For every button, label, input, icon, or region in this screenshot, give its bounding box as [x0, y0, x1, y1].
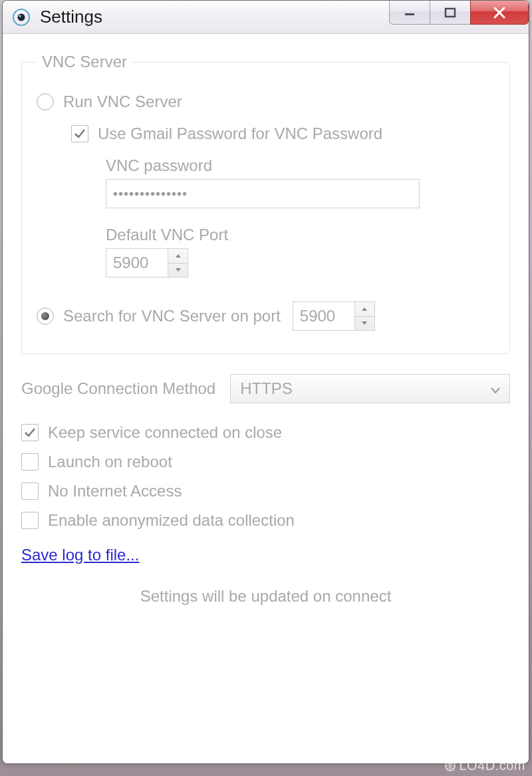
run-vnc-label: Run VNC Server: [63, 93, 182, 111]
keep-connected-label: Keep service connected on close: [48, 423, 282, 442]
anon-data-row: Enable anonymized data collection: [21, 511, 510, 530]
vnc-password-input[interactable]: [106, 179, 420, 208]
use-gmail-row: Use Gmail Password for VNC Password: [71, 124, 495, 143]
spinner-arrows: [168, 249, 188, 277]
minimize-button[interactable]: [389, 1, 430, 25]
spin-up-icon[interactable]: [168, 249, 188, 264]
group-legend: VNC Server: [37, 53, 132, 71]
run-vnc-radio[interactable]: [37, 93, 54, 110]
watermark-text: LO4D.com: [459, 758, 525, 773]
client-area: VNC Server Run VNC Server Use Gmail Pass…: [3, 34, 529, 619]
connection-method-label: Google Connection Method: [21, 379, 215, 398]
vnc-password-label: VNC password: [106, 156, 495, 175]
search-port-spinner[interactable]: 5900: [293, 301, 375, 331]
default-port-label: Default VNC Port: [106, 226, 495, 244]
anon-data-label: Enable anonymized data collection: [48, 511, 295, 530]
no-internet-checkbox[interactable]: [21, 483, 39, 500]
connection-method-dropdown[interactable]: HTTPS: [230, 374, 510, 403]
settings-window: Settings VNC Server Run VNC Server: [2, 0, 529, 764]
launch-reboot-checkbox[interactable]: [21, 453, 39, 471]
connection-method-row: Google Connection Method HTTPS: [21, 374, 510, 403]
keep-connected-row: Keep service connected on close: [21, 423, 510, 442]
spinner-arrows: [354, 302, 374, 330]
no-internet-row: No Internet Access: [21, 482, 510, 500]
no-internet-label: No Internet Access: [48, 482, 182, 500]
use-gmail-checkbox[interactable]: [71, 125, 88, 142]
watermark: LO4D.com: [444, 758, 525, 773]
svg-rect-4: [446, 9, 455, 17]
default-port-spinner[interactable]: 5900: [106, 248, 188, 278]
vnc-server-group: VNC Server Run VNC Server Use Gmail Pass…: [21, 53, 510, 354]
chevron-down-icon: [491, 379, 500, 398]
spin-up-icon[interactable]: [355, 302, 374, 317]
footer-note: Settings will be updated on connect: [21, 587, 510, 606]
launch-reboot-row: Launch on reboot: [21, 453, 510, 471]
default-port-value: 5900: [106, 249, 168, 277]
globe-icon: [444, 760, 456, 772]
save-log-link[interactable]: Save log to file...: [21, 546, 139, 564]
svg-point-1: [18, 13, 25, 21]
search-port-row: Search for VNC Server on port 5900: [37, 301, 495, 331]
search-port-label: Search for VNC Server on port: [63, 307, 281, 325]
dropdown-selected: HTTPS: [240, 379, 293, 398]
window-controls: [390, 1, 529, 25]
window-title: Settings: [40, 7, 102, 27]
options: Keep service connected on close Launch o…: [21, 423, 510, 530]
anon-data-checkbox[interactable]: [21, 512, 39, 529]
launch-reboot-label: Launch on reboot: [48, 453, 172, 471]
app-icon: [12, 8, 31, 27]
svg-rect-3: [405, 13, 414, 15]
maximize-button[interactable]: [430, 1, 471, 25]
use-gmail-label: Use Gmail Password for VNC Password: [98, 124, 382, 143]
spin-down-icon[interactable]: [168, 264, 188, 278]
titlebar[interactable]: Settings: [3, 1, 529, 34]
keep-connected-checkbox[interactable]: [21, 424, 39, 441]
close-button[interactable]: [470, 1, 529, 25]
search-port-value: 5900: [293, 302, 354, 330]
search-port-radio[interactable]: [37, 307, 54, 325]
spin-down-icon[interactable]: [355, 317, 374, 331]
svg-point-2: [19, 15, 21, 17]
run-vnc-row: Run VNC Server: [37, 93, 495, 111]
